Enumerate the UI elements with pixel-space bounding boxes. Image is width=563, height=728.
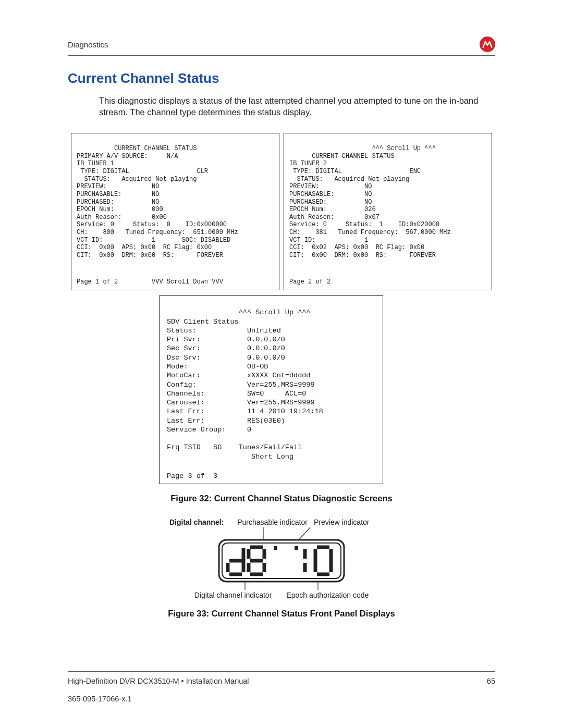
s2-l11: CH: 381 Tuned Frequency: 567.0000 MHz	[289, 229, 451, 236]
diagnostic-screen-2: ^^^ Scroll Up ^^^ CURRENT CHANNEL STATUS…	[284, 133, 492, 291]
s2-l8: EPOCH Num: 026	[289, 206, 376, 213]
s1-l12: CH: 800 Tuned Frequency: 651.0000 MHz	[77, 229, 238, 236]
s1-l1: CURRENT CHANNEL STATUS	[77, 145, 197, 152]
figure-33-block: Digital channel: Purchasable indicator P…	[68, 518, 495, 599]
s2-l3: TYPE: DIGITAL ENC	[289, 168, 421, 175]
s3-l11: Last Err: 11 4 2010 19:24:18	[167, 408, 323, 415]
diagnostic-screen-3: ^^^ Scroll Up ^^^ SDV Client Status Stat…	[159, 295, 383, 484]
s2-l2: IB TUNER 2	[289, 160, 327, 167]
s3-scroll: ^^^ Scroll Up ^^^	[167, 309, 310, 316]
s3-l3: Pri Svr: 0.0.0.0/0	[167, 336, 285, 343]
footer-title: High-Definition DVR DCX3510-M • Installa…	[68, 677, 249, 685]
figure-33-caption: Figure 33: Current Channel Status Front …	[68, 609, 495, 619]
svg-line-1	[299, 527, 310, 540]
s1-l9: EPOCH Num: 000	[77, 206, 163, 213]
s3-l2: Status: UnInited	[167, 327, 281, 335]
s3-l8: Config: Ver=255,MRS=9999	[167, 381, 315, 389]
top-rule	[68, 55, 495, 56]
s1-l10: Auth Reason: 0x00	[77, 214, 167, 221]
diagnostic-screen-3-wrap: ^^^ Scroll Up ^^^ SDV Client Status Stat…	[68, 295, 495, 484]
svg-rect-15	[274, 546, 277, 550]
s1-l6: PREVIEW: NO	[77, 183, 159, 190]
s2-l7: PURCHASED: NO	[289, 199, 372, 206]
s2-l4: STATUS: Acquired Not playing	[289, 176, 409, 183]
s1-page: Page 1 of 2 VVV Scroll Down VVV	[77, 278, 274, 286]
s3-l5: Dsc Srv: 0.0.0.0/0	[167, 354, 285, 362]
s2-l10: Service: 0 Status: 1 ID:0x020000	[289, 221, 439, 228]
s1-l2: PRIMARY A/V SOURCE: N/A	[77, 153, 178, 160]
page-number: 65	[487, 677, 495, 685]
s1-l8: PURCHASED: NO	[77, 199, 159, 206]
diagnostic-screen-1: CURRENT CHANNEL STATUS PRIMARY A/V SOURC…	[71, 133, 279, 291]
s3-l9: Channels: SW=0 ACL=0	[167, 390, 306, 398]
diagnostic-screens-row: CURRENT CHANNEL STATUS PRIMARY A/V SOURC…	[68, 133, 495, 291]
section-name: Diagnostics	[68, 40, 108, 49]
s3-l15: Short Long	[167, 453, 293, 461]
s1-l7: PURCHASABLE: NO	[77, 191, 159, 198]
epoch-auth-code-label: Epoch authorization code	[286, 591, 369, 599]
page-title: Current Channel Status	[68, 70, 495, 87]
s1-l15: CIT: 0x00 DRM: 0x00 RS: FOREVER	[77, 252, 223, 259]
preview-indicator-label: Preview indicator	[314, 518, 370, 526]
s2-l13: CCI: 0x02 APS: 0x00 RC Flag: 0x00	[289, 244, 424, 251]
svg-rect-16	[295, 546, 298, 550]
s1-l4: TYPE: DIGITAL CLR	[77, 168, 208, 175]
purchasable-indicator-label: Purchasable indicator	[237, 518, 308, 526]
front-panel-display-icon	[193, 527, 370, 590]
page-footer: High-Definition DVR DCX3510-M • Installa…	[68, 659, 495, 703]
s3-l13: Service Group: 0	[167, 426, 251, 434]
s2-l6: PURCHASABLE: NO	[289, 191, 372, 198]
document-number: 365-095-17066-x.1	[68, 695, 495, 703]
digital-channel-label: Digital channel:	[169, 518, 224, 526]
s1-l14: CCI: 0x00 APS: 0x00 RC Flag: 0x00	[77, 244, 212, 251]
s2-l1: CURRENT CHANNEL STATUS	[289, 153, 395, 160]
intro-text: This diagnostic displays a status of the…	[99, 95, 495, 118]
s2-l0: ^^^ Scroll Up ^^^	[289, 145, 436, 152]
s3-l7: MotoCar: xXXXX Cnt=ddddd	[167, 372, 310, 379]
s3-page: Page 3 of 3	[167, 472, 375, 480]
s2-l12: VCT ID: 1	[289, 237, 368, 244]
s1-l11: Service: 0 Status: 0 ID:0x000000	[77, 221, 227, 228]
s1-l3: IB TUNER 1	[77, 160, 114, 167]
figure-32-caption: Figure 32: Current Channel Status Diagno…	[68, 493, 495, 503]
s2-l5: PREVIEW: NO	[289, 183, 372, 190]
bottom-rule	[68, 671, 495, 672]
s3-l12: Last Err: RES(03E0)	[167, 417, 285, 425]
s3-l4: Sec Svr: 0.0.0.0/0	[167, 344, 285, 352]
s2-l9: Auth Reason: 0x07	[289, 214, 380, 221]
s1-l13: VCT ID: 1 SOC: DISABLED	[77, 237, 230, 244]
s2-l14: CIT: 0x00 DRM: 0x00 RS: FOREVER	[289, 252, 436, 259]
s3-l6: Mode: OB-OB	[167, 363, 268, 371]
digital-channel-indicator-label: Digital channel indicator	[194, 591, 272, 599]
s3-l14: Frq TSID SG Tunes/Fail/Fail	[167, 443, 302, 451]
page-header: Diagnostics	[68, 36, 495, 52]
s1-l5: STATUS: Acquired Not playing	[77, 176, 197, 183]
s3-l10: Carousel: Ver=255,MRS=9999	[167, 399, 315, 406]
motorola-logo	[480, 36, 495, 52]
s2-page: Page 2 of 2	[289, 278, 486, 286]
s3-l1: SDV Client Status	[167, 318, 239, 326]
